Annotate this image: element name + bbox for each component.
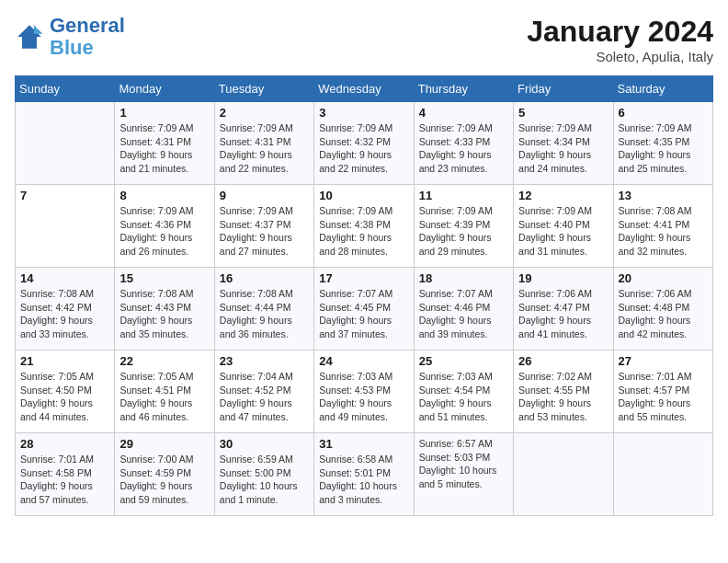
- day-info: Sunrise: 6:59 AM Sunset: 5:00 PM Dayligh…: [220, 453, 309, 507]
- day-number: 11: [419, 189, 508, 202]
- day-info: Sunrise: 7:09 AM Sunset: 4:38 PM Dayligh…: [319, 204, 408, 259]
- day-info: Sunrise: 7:09 AM Sunset: 4:36 PM Dayligh…: [119, 204, 209, 259]
- day-number: 26: [518, 354, 608, 368]
- day-number: 20: [619, 271, 708, 285]
- day-info: Sunrise: 7:06 AM Sunset: 4:47 PM Dayligh…: [518, 287, 608, 341]
- day-number: 13: [619, 189, 708, 202]
- day-number: 15: [119, 271, 209, 285]
- day-number: 10: [319, 189, 408, 202]
- title-block: January 2024 Soleto, Apulia, Italy: [527, 15, 713, 64]
- header-friday: Friday: [514, 76, 613, 102]
- day-number: 30: [220, 437, 309, 451]
- day-number: 29: [119, 437, 209, 451]
- day-number: 12: [518, 189, 608, 202]
- day-info: Sunrise: 7:05 AM Sunset: 4:51 PM Dayligh…: [119, 370, 209, 424]
- calendar-week-5: 28Sunrise: 7:01 AM Sunset: 4:58 PM Dayli…: [16, 433, 713, 516]
- day-number: 18: [419, 271, 508, 285]
- day-info: Sunrise: 7:07 AM Sunset: 4:45 PM Dayligh…: [319, 287, 408, 341]
- calendar-cell: 24Sunrise: 7:03 AM Sunset: 4:53 PM Dayli…: [314, 350, 414, 433]
- calendar-week-4: 21Sunrise: 7:05 AM Sunset: 4:50 PM Dayli…: [16, 350, 713, 433]
- calendar-cell: 4Sunrise: 7:09 AM Sunset: 4:33 PM Daylig…: [414, 102, 513, 185]
- calendar-cell: 27Sunrise: 7:01 AM Sunset: 4:57 PM Dayli…: [613, 350, 712, 433]
- calendar-cell: 21Sunrise: 7:05 AM Sunset: 4:50 PM Dayli…: [16, 350, 115, 433]
- logo-line1: General: [50, 14, 125, 37]
- day-info: Sunrise: 7:09 AM Sunset: 4:33 PM Dayligh…: [419, 121, 508, 176]
- day-info: Sunrise: 6:57 AM Sunset: 5:03 PM Dayligh…: [419, 437, 508, 491]
- day-number: 19: [518, 271, 608, 285]
- calendar-cell: 17Sunrise: 7:07 AM Sunset: 4:45 PM Dayli…: [314, 268, 414, 350]
- calendar-cell: 14Sunrise: 7:08 AM Sunset: 4:42 PM Dayli…: [16, 268, 115, 350]
- day-info: Sunrise: 7:08 AM Sunset: 4:43 PM Dayligh…: [119, 287, 209, 341]
- header-saturday: Saturday: [613, 76, 712, 102]
- day-info: Sunrise: 7:08 AM Sunset: 4:41 PM Dayligh…: [619, 204, 708, 259]
- calendar-cell: 10Sunrise: 7:09 AM Sunset: 4:38 PM Dayli…: [314, 185, 414, 268]
- calendar-cell: 18Sunrise: 7:07 AM Sunset: 4:46 PM Dayli…: [414, 268, 513, 350]
- calendar-cell: [514, 433, 613, 516]
- calendar-cell: 31Sunrise: 6:58 AM Sunset: 5:01 PM Dayli…: [314, 433, 414, 516]
- day-info: Sunrise: 6:58 AM Sunset: 5:01 PM Dayligh…: [319, 453, 408, 507]
- calendar-cell: 12Sunrise: 7:09 AM Sunset: 4:40 PM Dayli…: [514, 185, 613, 268]
- calendar-title: January 2024: [527, 15, 713, 49]
- day-number: 17: [319, 271, 408, 285]
- header-wednesday: Wednesday: [314, 76, 414, 102]
- logo-line2: Blue: [50, 36, 94, 59]
- day-info: Sunrise: 7:09 AM Sunset: 4:32 PM Dayligh…: [319, 121, 408, 176]
- calendar-cell: 1Sunrise: 7:09 AM Sunset: 4:31 PM Daylig…: [115, 102, 214, 185]
- day-info: Sunrise: 7:09 AM Sunset: 4:34 PM Dayligh…: [518, 121, 608, 176]
- calendar-cell: 13Sunrise: 7:08 AM Sunset: 4:41 PM Dayli…: [613, 185, 712, 268]
- calendar-week-1: 1Sunrise: 7:09 AM Sunset: 4:31 PM Daylig…: [16, 102, 713, 185]
- day-number: 31: [319, 437, 408, 451]
- calendar-cell: 5Sunrise: 7:09 AM Sunset: 4:34 PM Daylig…: [514, 102, 613, 185]
- header-sunday: Sunday: [16, 76, 115, 102]
- calendar-cell: 28Sunrise: 7:01 AM Sunset: 4:58 PM Dayli…: [16, 433, 115, 516]
- day-number: 1: [119, 106, 209, 120]
- logo-icon: [15, 22, 44, 52]
- day-info: Sunrise: 7:03 AM Sunset: 4:53 PM Dayligh…: [319, 370, 408, 424]
- day-number: 25: [419, 354, 508, 368]
- calendar-subtitle: Soleto, Apulia, Italy: [527, 49, 713, 64]
- day-info: Sunrise: 7:08 AM Sunset: 4:44 PM Dayligh…: [220, 287, 309, 341]
- day-number: 27: [619, 354, 708, 368]
- calendar-cell: 11Sunrise: 7:09 AM Sunset: 4:39 PM Dayli…: [414, 185, 513, 268]
- day-info: Sunrise: 7:06 AM Sunset: 4:48 PM Dayligh…: [619, 287, 708, 341]
- day-info: Sunrise: 7:09 AM Sunset: 4:40 PM Dayligh…: [518, 204, 608, 259]
- day-number: 16: [220, 271, 309, 285]
- calendar-cell: 26Sunrise: 7:02 AM Sunset: 4:55 PM Dayli…: [514, 350, 613, 433]
- calendar-cell: 29Sunrise: 7:00 AM Sunset: 4:59 PM Dayli…: [115, 433, 214, 516]
- header-monday: Monday: [115, 76, 214, 102]
- day-info: Sunrise: 7:09 AM Sunset: 4:31 PM Dayligh…: [220, 121, 309, 176]
- calendar-week-2: 78Sunrise: 7:09 AM Sunset: 4:36 PM Dayli…: [16, 185, 713, 268]
- calendar-cell: 6Sunrise: 7:09 AM Sunset: 4:35 PM Daylig…: [613, 102, 712, 185]
- calendar-header-row: SundayMondayTuesdayWednesdayThursdayFrid…: [16, 76, 713, 102]
- day-number: 9: [220, 189, 309, 202]
- calendar-cell: 19Sunrise: 7:06 AM Sunset: 4:47 PM Dayli…: [514, 268, 613, 350]
- day-info: Sunrise: 7:09 AM Sunset: 4:39 PM Dayligh…: [419, 204, 508, 259]
- header-tuesday: Tuesday: [214, 76, 313, 102]
- day-info: Sunrise: 7:02 AM Sunset: 4:55 PM Dayligh…: [518, 370, 608, 424]
- day-info: Sunrise: 7:09 AM Sunset: 4:35 PM Dayligh…: [619, 121, 708, 176]
- logo: General Blue: [15, 15, 125, 59]
- calendar-cell: 2Sunrise: 7:09 AM Sunset: 4:31 PM Daylig…: [214, 102, 313, 185]
- calendar-week-3: 14Sunrise: 7:08 AM Sunset: 4:42 PM Dayli…: [16, 268, 713, 350]
- header-thursday: Thursday: [414, 76, 513, 102]
- page-header: General Blue January 2024 Soleto, Apulia…: [15, 15, 713, 64]
- calendar-cell: 3Sunrise: 7:09 AM Sunset: 4:32 PM Daylig…: [314, 102, 414, 185]
- day-number: 6: [619, 106, 708, 120]
- calendar-cell: 8Sunrise: 7:09 AM Sunset: 4:36 PM Daylig…: [115, 185, 214, 268]
- day-number: 24: [319, 354, 408, 368]
- day-number: 14: [20, 271, 109, 285]
- day-info: Sunrise: 7:09 AM Sunset: 4:37 PM Dayligh…: [220, 204, 309, 259]
- day-info: Sunrise: 7:07 AM Sunset: 4:46 PM Dayligh…: [419, 287, 508, 341]
- day-number: 8: [119, 189, 209, 202]
- day-info: Sunrise: 7:08 AM Sunset: 4:42 PM Dayligh…: [20, 287, 109, 341]
- day-info: Sunrise: 7:03 AM Sunset: 4:54 PM Dayligh…: [419, 370, 508, 424]
- calendar-cell: 16Sunrise: 7:08 AM Sunset: 4:44 PM Dayli…: [214, 268, 313, 350]
- calendar-cell: [613, 433, 712, 516]
- day-info: Sunrise: 7:01 AM Sunset: 4:58 PM Dayligh…: [20, 453, 109, 507]
- day-number: 28: [20, 437, 109, 451]
- calendar-cell: 7: [16, 185, 115, 268]
- calendar-cell: 15Sunrise: 7:08 AM Sunset: 4:43 PM Dayli…: [115, 268, 214, 350]
- calendar-cell: 23Sunrise: 7:04 AM Sunset: 4:52 PM Dayli…: [214, 350, 313, 433]
- day-info: Sunrise: 7:04 AM Sunset: 4:52 PM Dayligh…: [220, 370, 309, 424]
- day-number: 21: [20, 354, 109, 368]
